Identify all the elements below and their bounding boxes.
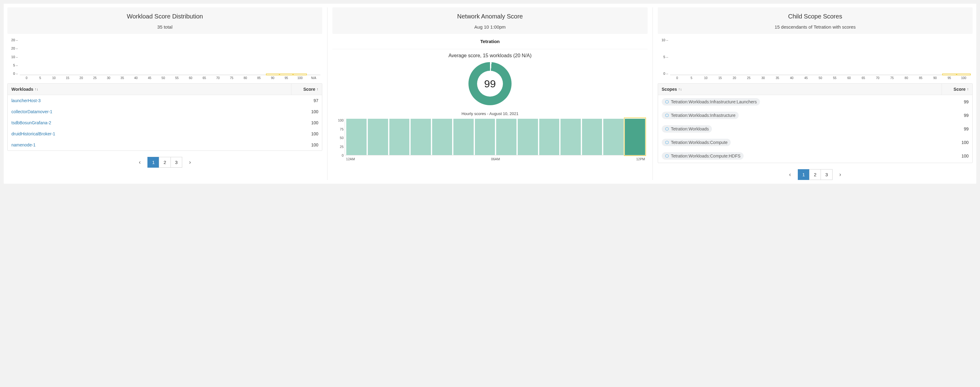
scope-histogram-y-axis: 1050 — [658, 38, 668, 75]
scope-col-name-label: Scopes — [662, 87, 677, 92]
workload-histogram-x-axis: 0510152025303540455055606570758085909510… — [20, 76, 320, 80]
workload-table-header: Workloads ↑↓ Score ↑ — [8, 84, 322, 95]
workload-panel-title: Workload Score Distribution — [11, 13, 319, 20]
scope-panel-subtitle: 15 descendants of Tetration with scores — [661, 24, 969, 30]
table-row: launcherHost-397 — [8, 95, 322, 106]
hourly-chart: 1007550250 12AM 06AM 12PM — [332, 119, 647, 163]
page-button[interactable]: 1 — [148, 157, 159, 168]
sort-asc-icon: ↑ — [967, 87, 969, 91]
sort-both-icon: ↑↓ — [35, 87, 38, 91]
workload-histogram-bars[interactable] — [20, 38, 320, 75]
scope-table-header: Scopes ↑↓ Score ↑ — [658, 84, 972, 95]
row-score: 100 — [291, 143, 318, 148]
workload-link[interactable]: collectorDatamover-1 — [11, 109, 291, 114]
hourly-bar[interactable] — [389, 119, 410, 155]
cube-icon — [665, 140, 669, 144]
hourly-bar[interactable] — [453, 119, 474, 155]
hourly-x-tick: 12AM — [346, 157, 355, 161]
hourly-bar[interactable] — [518, 119, 538, 155]
workload-pager: ‹ 123 › — [7, 157, 322, 168]
scope-table: Scopes ↑↓ Score ↑ Tetration:Workloads:In… — [658, 83, 973, 163]
row-score: 100 — [291, 109, 318, 114]
workload-panel: Workload Score Distribution 35 total 202… — [7, 7, 322, 180]
page-button[interactable]: 2 — [159, 157, 170, 168]
anomaly-panel-subtitle: Aug 10 1:00pm — [336, 24, 644, 30]
page-button[interactable]: 1 — [798, 169, 810, 180]
page-button[interactable]: 2 — [809, 169, 821, 180]
scope-col-score-label: Score — [953, 87, 966, 92]
score-value: 99 — [477, 71, 503, 97]
scope-chip[interactable]: Tetration:Workloads — [662, 125, 712, 133]
table-row: Tetration:Workloads:Compute100 — [658, 136, 972, 149]
workload-col-score-label: Score — [303, 87, 315, 92]
hourly-bar[interactable] — [625, 119, 645, 155]
table-row: druidHistoricalBroker-1100 — [8, 128, 322, 140]
scope-col-name[interactable]: Scopes ↑↓ — [658, 84, 942, 95]
scope-panel: Child Scope Scores 15 descendants of Tet… — [658, 7, 973, 180]
hourly-bar[interactable] — [475, 119, 495, 155]
next-page-button[interactable]: › — [186, 158, 193, 167]
row-score: 97 — [291, 98, 318, 103]
cube-icon — [665, 100, 669, 104]
workload-panel-header: Workload Score Distribution 35 total — [7, 7, 322, 34]
workload-link[interactable]: namenode-1 — [11, 143, 291, 148]
workload-col-score[interactable]: Score ↑ — [291, 84, 322, 95]
row-score: 100 — [942, 140, 969, 145]
scope-chip-label: Tetration:Workloads:Infrastructure — [671, 113, 736, 118]
table-row: Tetration:Workloads:Compute:HDFS100 — [658, 149, 972, 163]
hourly-bar[interactable] — [539, 119, 560, 155]
prev-page-button[interactable]: ‹ — [136, 158, 143, 167]
scope-col-score[interactable]: Score ↑ — [942, 84, 972, 95]
workload-col-name[interactable]: Workloads ↑↓ — [8, 84, 291, 95]
workload-link[interactable]: launcherHost-3 — [11, 98, 291, 103]
anomaly-panel-title: Network Anomaly Score — [336, 13, 644, 20]
hourly-bar[interactable] — [496, 119, 517, 155]
scope-panel-title: Child Scope Scores — [661, 13, 969, 20]
hourly-bar[interactable] — [346, 119, 367, 155]
scope-chip[interactable]: Tetration:Workloads:Compute:HDFS — [662, 152, 744, 160]
page-button[interactable]: 3 — [821, 169, 832, 180]
scope-name: Tetration — [332, 39, 647, 44]
page-button[interactable]: 3 — [170, 157, 182, 168]
table-row: namenode-1100 — [8, 140, 322, 151]
scope-chip[interactable]: Tetration:Workloads:Infrastructure:Launc… — [662, 98, 760, 106]
scope-chip-label: Tetration:Workloads — [671, 127, 709, 132]
workload-link[interactable]: druidHistoricalBroker-1 — [11, 132, 291, 136]
hourly-bar[interactable] — [560, 119, 581, 155]
row-score: 100 — [291, 132, 318, 136]
prev-page-button[interactable]: ‹ — [787, 170, 794, 179]
average-score-label: Average score, 15 workloads (20 N/A) — [332, 53, 647, 59]
hourly-bar[interactable] — [368, 119, 388, 155]
row-score: 99 — [942, 99, 969, 104]
workload-panel-subtitle: 35 total — [11, 24, 319, 30]
scope-chip-label: Tetration:Workloads:Compute:HDFS — [671, 154, 741, 159]
table-row: Tetration:Workloads:Infrastructure99 — [658, 109, 972, 122]
sort-both-icon: ↑↓ — [678, 87, 682, 91]
cube-icon — [665, 127, 669, 131]
hourly-bar[interactable] — [582, 119, 602, 155]
cube-icon — [665, 154, 669, 158]
scope-chip-label: Tetration:Workloads:Compute — [671, 140, 728, 145]
hourly-x-axis: 12AM 06AM 12PM — [345, 157, 645, 161]
workload-link[interactable]: tsdbBosunGrafana-2 — [11, 120, 291, 125]
scope-histogram: 1050 05101520253035404550556065707580859… — [658, 34, 973, 81]
workload-histogram: 20201050 0510152025303540455055606570758… — [7, 34, 322, 81]
sort-asc-icon: ↑ — [317, 87, 318, 91]
scope-histogram-bars[interactable] — [670, 38, 971, 75]
table-row: Tetration:Workloads:Infrastructure:Launc… — [658, 95, 972, 109]
table-row: collectorDatamover-1100 — [8, 106, 322, 117]
row-score: 100 — [291, 120, 318, 125]
scope-chip[interactable]: Tetration:Workloads:Compute — [662, 139, 731, 146]
anomaly-panel-header: Network Anomaly Score Aug 10 1:00pm — [332, 7, 647, 34]
scope-chip[interactable]: Tetration:Workloads:Infrastructure — [662, 112, 739, 119]
row-score: 99 — [942, 113, 969, 118]
score-donut: 99 — [468, 62, 512, 105]
hourly-bar[interactable] — [603, 119, 624, 155]
hourly-bars[interactable] — [345, 119, 645, 155]
workload-col-name-label: Workloads — [11, 87, 33, 92]
workload-table: Workloads ↑↓ Score ↑ launcherHost-397col… — [7, 83, 322, 151]
hourly-bar[interactable] — [410, 119, 431, 155]
cube-icon — [665, 113, 669, 117]
hourly-bar[interactable] — [432, 119, 452, 155]
next-page-button[interactable]: › — [837, 170, 844, 179]
